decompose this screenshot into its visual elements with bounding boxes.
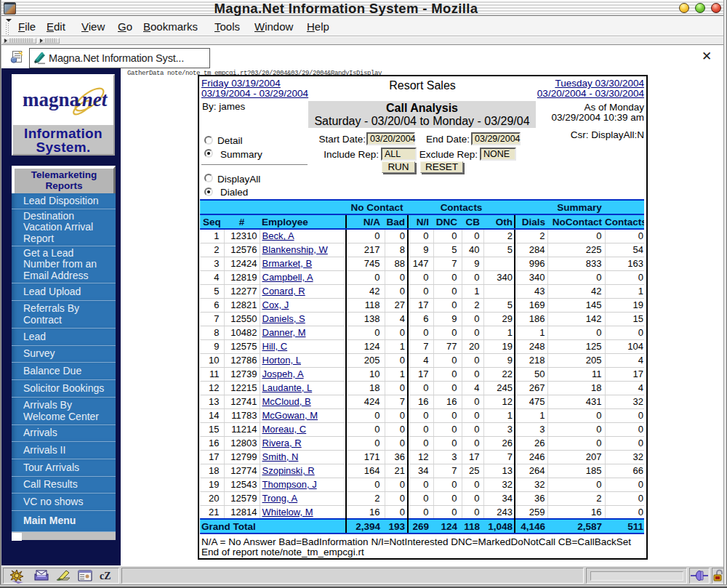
svg-text:magna: magna [23, 89, 80, 110]
svg-text:.net: .net [77, 89, 108, 110]
svg-text:cZ: cZ [100, 571, 111, 581]
